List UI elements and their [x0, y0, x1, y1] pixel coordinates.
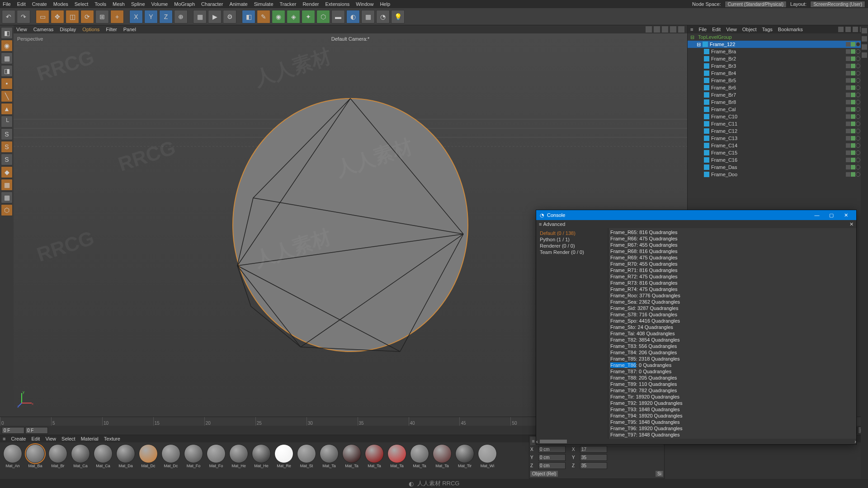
material-item[interactable]: Mat_Ta [341, 444, 363, 478]
console-advanced-label[interactable]: Advanced [543, 221, 565, 227]
layout-dropdown[interactable]: ScreenRecording (User) [810, 1, 865, 8]
poly-mode-button[interactable]: ▲ [1, 103, 13, 115]
place-tool[interactable]: + [110, 10, 124, 23]
om-filter-icon[interactable] [845, 27, 851, 32]
snap-button[interactable]: S [1, 128, 13, 140]
point-mode-button[interactable]: • [1, 78, 13, 89]
maximize-button[interactable]: ▢ [825, 211, 838, 219]
tree-item[interactable]: Frame_Bra [688, 48, 868, 55]
rotate-tool[interactable]: ⟳ [80, 10, 94, 23]
material-item[interactable]: Mat_An [2, 444, 24, 478]
move-tool[interactable]: ✥ [51, 10, 64, 23]
psr-tool[interactable]: ⊞ [95, 10, 109, 23]
rt-icon-1[interactable] [862, 28, 867, 33]
menu-tools[interactable]: Tools [94, 1, 106, 7]
material-item[interactable]: Mat_Ca [92, 444, 114, 478]
view-icon-1[interactable] [646, 26, 652, 33]
menu-character[interactable]: Character [201, 1, 223, 7]
deformer-button[interactable]: ◈ [287, 10, 300, 23]
mm-material[interactable]: Material [81, 436, 99, 441]
menu-mograph[interactable]: MoGraph [174, 1, 195, 7]
object-mode-button[interactable]: ◉ [1, 40, 13, 52]
tree-item[interactable]: Frame_Br2 [688, 55, 868, 62]
close-button[interactable]: ✕ [839, 211, 853, 219]
menu-create[interactable]: Create [32, 1, 47, 7]
workplane-button[interactable]: ◨ [1, 65, 13, 77]
om-handle-icon[interactable]: ≡ [690, 27, 693, 32]
size-x-field[interactable] [580, 446, 607, 453]
om-menu-tags[interactable]: Tags [762, 27, 773, 32]
camera-button[interactable]: ▬ [331, 10, 345, 23]
menu-tracker[interactable]: Tracker [280, 1, 297, 7]
tree-top-group[interactable]: ⊟TopLevelGroup [688, 33, 868, 41]
model-mode-button[interactable]: ◧ [1, 27, 13, 39]
menu-help[interactable]: Help [380, 1, 390, 7]
menu-modes[interactable]: Modes [53, 1, 68, 7]
size-z-field[interactable] [580, 462, 607, 469]
menu-select[interactable]: Select [75, 1, 89, 7]
material-item[interactable]: Mat_Dc [160, 444, 182, 478]
menu-render[interactable]: Render [302, 1, 319, 7]
coord-mode-dropdown[interactable]: Object (Rel) [530, 471, 558, 477]
menu-spline[interactable]: Spline [131, 1, 145, 7]
view-menu-cameras[interactable]: Cameras [33, 27, 54, 32]
texture-mode-button[interactable]: ▦ [1, 52, 13, 64]
console-category-item[interactable]: Team Render (0 / 0) [538, 249, 606, 255]
rt-icon-3[interactable] [862, 44, 867, 50]
tag-button[interactable]: ◔ [376, 10, 390, 23]
tree-item[interactable]: Frame_Cal [688, 106, 868, 113]
field-button[interactable]: ✦ [302, 10, 315, 23]
material-item[interactable]: Mat_Ta [409, 444, 430, 478]
material-item[interactable]: Mat_Da [115, 444, 137, 478]
view-icon-3[interactable] [662, 26, 668, 33]
z-axis-button[interactable]: Z [159, 10, 173, 23]
rt-icon-4[interactable] [862, 52, 867, 58]
select-tool[interactable]: ▭ [36, 10, 49, 23]
console-scrollbar[interactable]: ‹› [536, 439, 856, 444]
pos-y-field[interactable] [538, 454, 566, 461]
menu-simulate[interactable]: Simulate [254, 1, 274, 7]
console-category-item[interactable]: Default (0 / 138) [538, 230, 606, 236]
tree-item[interactable]: Frame_Doo [688, 171, 868, 178]
redo-button[interactable]: ↷ [17, 10, 30, 23]
menu-animate[interactable]: Animate [229, 1, 247, 7]
x-axis-button[interactable]: X [129, 10, 143, 23]
render-settings-button[interactable]: ⚙ [223, 10, 236, 23]
tree-item[interactable]: Frame_Br7 [688, 91, 868, 99]
menu-file[interactable]: File [3, 1, 11, 7]
undo-button[interactable]: ↶ [2, 10, 15, 23]
material-item[interactable]: Mat_Ca [70, 444, 91, 478]
console-category-item[interactable]: Renderer (0 / 0) [538, 243, 606, 249]
mm-edit[interactable]: Edit [31, 436, 40, 441]
menu-edit[interactable]: Edit [17, 1, 26, 7]
tree-item[interactable]: Frame_C12 [688, 127, 868, 135]
pos-x-field[interactable] [538, 446, 566, 453]
snap3-button[interactable]: S [1, 154, 13, 165]
material-item[interactable]: Mat_Dc [137, 444, 159, 478]
light-button[interactable]: ◐ [346, 10, 360, 23]
om-path-icon[interactable] [853, 27, 858, 32]
time-current-field[interactable] [25, 427, 48, 434]
edge-mode-button[interactable]: ╲ [1, 90, 13, 102]
tree-item[interactable]: Frame_Br4 [688, 70, 868, 77]
tree-item[interactable]: Frame_C15 [688, 149, 868, 156]
material-item[interactable]: Mat_Tir [454, 444, 476, 478]
size-mode-dropdown[interactable]: Si [656, 471, 663, 477]
material-item[interactable]: Mat_Fo [183, 444, 204, 478]
view-icon-4[interactable] [670, 26, 676, 33]
material-item[interactable]: Mat_Ta [363, 444, 385, 478]
material-item[interactable]: Mat_Br [47, 444, 69, 478]
mm-view[interactable]: View [45, 436, 56, 441]
material-item[interactable]: Mat_Fo [205, 444, 227, 478]
axis-mode-button[interactable]: └ [1, 116, 13, 127]
tree-item[interactable]: Frame_Br6 [688, 84, 868, 91]
cloner-button[interactable]: ⬡ [316, 10, 330, 23]
time-start-field[interactable] [2, 427, 24, 434]
material-item[interactable]: Mat_He [228, 444, 250, 478]
material-item[interactable]: Mat_St [296, 444, 317, 478]
material-item[interactable]: Mat_Ba [24, 444, 46, 478]
view-icon-2[interactable] [654, 26, 660, 33]
tree-item[interactable]: Frame_Br3 [688, 62, 868, 70]
coord-button[interactable]: ⊕ [174, 10, 188, 23]
snap2-button[interactable]: S [1, 141, 13, 153]
